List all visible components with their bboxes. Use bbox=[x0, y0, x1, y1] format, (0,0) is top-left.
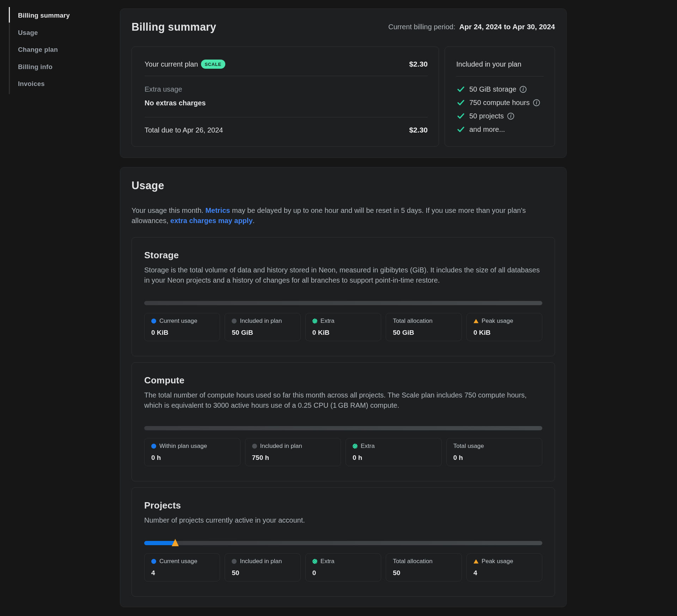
svg-text:i: i bbox=[536, 100, 537, 105]
svg-text:i: i bbox=[510, 113, 512, 119]
svg-text:i: i bbox=[523, 87, 524, 92]
